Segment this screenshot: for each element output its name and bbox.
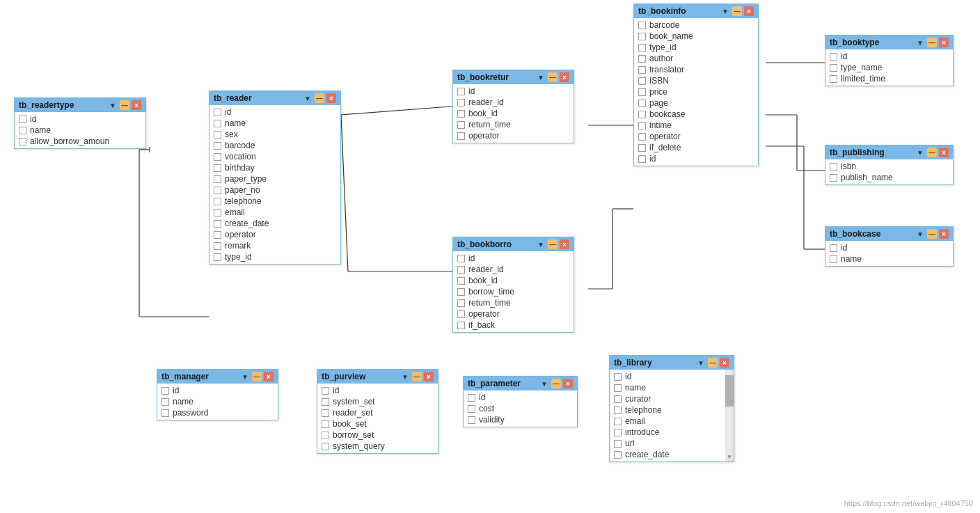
close-btn-tb-bookborro[interactable]: ×: [560, 239, 569, 249]
table-body-tb-reader: id name sex barcode vocation birthday pa…: [210, 105, 340, 264]
field-intime: intime: [634, 120, 758, 131]
field-cost: cost: [464, 403, 577, 414]
field-id: id: [825, 242, 953, 253]
table-header-tb-bookretur[interactable]: tb_bookretur ▼ — ×: [453, 70, 574, 84]
field-id: id: [157, 385, 278, 396]
dropdown-btn-tb-publishing[interactable]: ▼: [915, 148, 925, 157]
field-id: id: [610, 371, 725, 382]
field-create-date: create_date: [210, 218, 340, 229]
table-header-tb-parameter[interactable]: tb_parameter ▼ — ×: [464, 377, 577, 390]
close-btn-tb-bookcase[interactable]: ×: [939, 229, 949, 239]
minimize-btn-tb-purview[interactable]: —: [412, 372, 422, 381]
field-email: email: [610, 416, 725, 427]
minimize-btn-tb-bookborro[interactable]: —: [548, 239, 558, 249]
table-header-tb-purview[interactable]: tb_purview ▼ — ×: [317, 370, 438, 384]
dropdown-btn-tb-parameter[interactable]: ▼: [539, 379, 549, 388]
dropdown-btn-tb-manager[interactable]: ▼: [240, 372, 250, 381]
close-btn-tb-bookinfo[interactable]: ×: [744, 6, 754, 16]
close-btn-tb-purview[interactable]: ×: [424, 372, 434, 381]
scroll-arrow-down[interactable]: ▼: [727, 454, 732, 460]
table-header-tb-publishing[interactable]: tb_publishing ▼ — ×: [825, 145, 953, 159]
table-header-tb-readertype[interactable]: tb_readertype ▼ — ×: [15, 98, 145, 112]
dropdown-btn-tb-booktype[interactable]: ▼: [915, 38, 925, 47]
table-tb-library: tb_library ▼ — × id name curator telepho…: [609, 355, 734, 462]
table-header-tb-booktype[interactable]: tb_booktype ▼ — ×: [825, 35, 953, 49]
scrollbar-tb-library[interactable]: ▼: [725, 370, 734, 461]
table-tb-bookinfo: tb_bookinfo ▼ — × barcode book_name type…: [633, 3, 759, 166]
minimize-btn-tb-publishing[interactable]: —: [927, 148, 937, 157]
minimize-btn-tb-bookinfo[interactable]: —: [732, 6, 742, 16]
field-id: id: [15, 113, 145, 125]
dropdown-btn-tb-reader[interactable]: ▼: [303, 93, 313, 103]
table-title-tb-manager: tb_manager: [161, 372, 240, 381]
dropdown-btn-tb-bookborro[interactable]: ▼: [536, 239, 546, 249]
dropdown-btn-tb-library[interactable]: ▼: [696, 358, 706, 368]
field-name: name: [157, 396, 278, 407]
field-book-set: book_set: [317, 418, 438, 429]
close-btn-tb-library[interactable]: ×: [720, 358, 729, 368]
field-sex: sex: [210, 129, 340, 140]
field-type-name: type_name: [825, 62, 953, 73]
diagram-canvas: tb_readertype ▼ — × id name allow_borrow…: [0, 0, 980, 513]
minimize-btn-tb-bookretur[interactable]: —: [548, 72, 558, 82]
table-tb-bookretur: tb_bookretur ▼ — × id reader_id book_id …: [452, 70, 574, 143]
table-header-tb-bookinfo[interactable]: tb_bookinfo ▼ — ×: [634, 4, 758, 18]
field-if-back: if_back: [453, 319, 574, 331]
svg-line-0: [341, 106, 459, 115]
close-btn-tb-booktype[interactable]: ×: [939, 38, 949, 47]
close-btn-tb-parameter[interactable]: ×: [563, 379, 573, 388]
watermark: https://blog.csdn.net/webjin_r4804750: [844, 499, 973, 507]
dropdown-btn-tb-bookretur[interactable]: ▼: [536, 72, 546, 82]
table-title-tb-library: tb_library: [614, 358, 696, 368]
field-name: name: [15, 125, 145, 136]
close-btn-tb-bookretur[interactable]: ×: [560, 72, 569, 82]
field-book-name: book_name: [634, 31, 758, 42]
minimize-btn-tb-parameter[interactable]: —: [551, 379, 561, 388]
table-header-tb-bookborro[interactable]: tb_bookborro ▼ — ×: [453, 237, 574, 251]
field-bookcase: bookcase: [634, 109, 758, 120]
field-book-id: book_id: [453, 275, 574, 286]
field-id: id: [825, 51, 953, 62]
close-btn-tb-reader[interactable]: ×: [326, 93, 336, 103]
minimize-btn-tb-reader[interactable]: —: [315, 93, 324, 103]
dropdown-btn-tb-bookcase[interactable]: ▼: [915, 229, 925, 239]
table-body-tb-bookinfo: barcode book_name type_id author transla…: [634, 18, 758, 166]
table-header-tb-bookcase[interactable]: tb_bookcase ▼ — ×: [825, 227, 953, 241]
field-id: id: [453, 253, 574, 264]
close-btn-tb-manager[interactable]: ×: [264, 372, 274, 381]
dropdown-btn-tb-bookinfo[interactable]: ▼: [720, 6, 730, 16]
field-curator: curator: [610, 393, 725, 404]
table-header-tb-manager[interactable]: tb_manager ▼ — ×: [157, 370, 278, 384]
table-tb-bookcase: tb_bookcase ▼ — × id name: [825, 226, 954, 267]
field-id: id: [464, 392, 577, 403]
table-title-tb-bookcase: tb_bookcase: [830, 229, 915, 239]
field-isbn: ISBN: [634, 75, 758, 86]
table-title-tb-publishing: tb_publishing: [830, 148, 915, 157]
field-id: id: [210, 106, 340, 118]
field-barcode: barcode: [634, 19, 758, 31]
minimize-btn-tb-manager[interactable]: —: [252, 372, 262, 381]
dropdown-btn-tb-readertype[interactable]: ▼: [108, 100, 118, 110]
field-operator: operator: [634, 131, 758, 142]
scrollbar-thumb-tb-library[interactable]: [725, 375, 734, 407]
minimize-btn-tb-library[interactable]: —: [708, 358, 718, 368]
dropdown-btn-tb-purview[interactable]: ▼: [400, 372, 410, 381]
field-id: id: [453, 86, 574, 97]
field-isbn: isbn: [825, 161, 953, 172]
close-btn-tb-publishing[interactable]: ×: [939, 148, 949, 157]
table-tb-purview: tb_purview ▼ — × id system_set reader_se…: [317, 369, 438, 454]
field-id: id: [317, 385, 438, 396]
table-header-tb-reader[interactable]: tb_reader ▼ — ×: [210, 91, 340, 105]
field-name: name: [610, 382, 725, 393]
field-type-id: type_id: [634, 42, 758, 53]
field-return-time: return_time: [453, 297, 574, 308]
minimize-btn-tb-readertype[interactable]: —: [120, 100, 129, 110]
field-reader-set: reader_set: [317, 407, 438, 418]
table-header-tb-library[interactable]: tb_library ▼ — ×: [610, 356, 734, 370]
field-telephone: telephone: [210, 196, 340, 207]
svg-line-1: [341, 115, 348, 271]
field-borrow-time: borrow_time: [453, 286, 574, 297]
minimize-btn-tb-booktype[interactable]: —: [927, 38, 937, 47]
minimize-btn-tb-bookcase[interactable]: —: [927, 229, 937, 239]
close-btn-tb-readertype[interactable]: ×: [132, 100, 141, 110]
